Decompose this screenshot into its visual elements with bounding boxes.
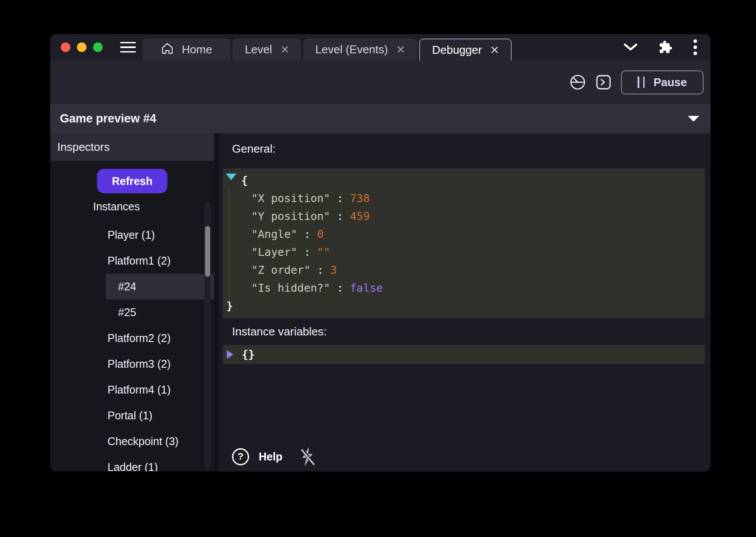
json-entry-line: "Layer" : ""	[223, 243, 705, 261]
inspectors-body: Refresh Instances Player (1)Platform1 (2…	[50, 161, 214, 471]
json-separator: :	[297, 228, 317, 241]
tab-close-icon[interactable]	[491, 46, 499, 54]
traffic-lights	[61, 42, 103, 52]
tab-label: Debugger	[432, 43, 482, 57]
tab-close-icon[interactable]	[281, 45, 289, 53]
json-entry-line: "X position" : 738	[223, 189, 705, 207]
indent-guide	[229, 189, 229, 302]
general-json-tree: {"X position" : 738"Y position" : 459"An…	[223, 168, 705, 318]
flash-off-icon[interactable]	[299, 446, 316, 467]
json-entry-line: "Angle" : 0	[223, 225, 705, 243]
instance-item-player-1[interactable]: Player (1)	[106, 222, 207, 248]
instance-item-label: Portal (1)	[108, 409, 153, 422]
hamburger-menu-icon[interactable]	[120, 42, 136, 53]
instance-item-label: Ladder (1)	[108, 461, 158, 471]
json-entry-line: "Y position" : 459	[223, 207, 705, 225]
instance-item-label: #24	[118, 280, 136, 293]
json-key: "Angle"	[251, 228, 297, 241]
tab-close-icon[interactable]	[397, 45, 405, 53]
debugger-content: Inspectors Refresh Instances Player (1)P…	[50, 133, 711, 471]
json-value: ""	[317, 246, 330, 258]
json-separator: :	[330, 210, 350, 223]
instance-item-ladder-1[interactable]: Ladder (1)	[106, 454, 207, 471]
json-entry-line: "Is hidden?" : false	[223, 279, 705, 297]
pause-button[interactable]: Pause	[621, 70, 704, 94]
json-key: "Layer"	[251, 246, 297, 258]
instance-item-platform3-2[interactable]: Platform3 (2)	[106, 351, 207, 377]
instance-item-24[interactable]: #24	[106, 274, 214, 300]
minimize-window-button[interactable]	[77, 42, 87, 52]
home-icon	[161, 42, 174, 57]
instance-item-label: Platform3 (2)	[108, 358, 170, 370]
tab-level[interactable]: Level	[232, 38, 301, 60]
console-icon[interactable]	[596, 74, 611, 90]
json-key: "Z order"	[251, 264, 310, 276]
json-separator: :	[330, 192, 350, 205]
zoom-window-button[interactable]	[93, 42, 103, 52]
instance-list: Player (1)Platform1 (2)#24#25Platform2 (…	[50, 222, 214, 471]
instance-item-label: Player (1)	[108, 229, 155, 241]
tab-home[interactable]: Home	[142, 38, 230, 60]
game-preview-header[interactable]: Game preview #4	[50, 104, 711, 133]
panel-divider	[214, 133, 219, 471]
instance-item-platform2-2[interactable]: Platform2 (2)	[106, 325, 207, 351]
json-separator: :	[310, 264, 330, 276]
help-label[interactable]: Help	[259, 450, 282, 463]
tab-level-events[interactable]: Level (Events)	[303, 38, 417, 60]
collapse-caret-icon[interactable]	[688, 116, 699, 122]
debugger-toolbar: Pause	[50, 60, 711, 104]
instance-item-label: Checkpoint (3)	[108, 435, 179, 448]
chevron-down-icon[interactable]	[623, 43, 638, 52]
pause-button-label: Pause	[653, 76, 687, 89]
json-brace-line: }	[223, 297, 705, 315]
profiler-gauge-icon[interactable]	[569, 74, 586, 91]
json-entry-line: "Z order" : 3	[223, 261, 705, 279]
refresh-button[interactable]: Refresh	[97, 169, 167, 193]
json-separator: :	[297, 246, 317, 258]
json-key: "Y position"	[251, 210, 330, 223]
tab-label: Home	[182, 43, 212, 56]
instance-item-checkpoint-3[interactable]: Checkpoint (3)	[106, 429, 207, 454]
tab-label: Level (Events)	[316, 43, 388, 56]
json-brace-line: {	[223, 171, 705, 189]
inspector-panel: General: {"X position" : 738"Y position"…	[219, 133, 711, 471]
instance-item-portal-1[interactable]: Portal (1)	[106, 403, 207, 429]
instance-variables-label: Instance variables:	[232, 324, 711, 339]
scrollbar-thumb[interactable]	[205, 226, 210, 277]
json-value: 0	[317, 228, 324, 241]
instance-variables-tree: {}	[223, 345, 705, 364]
titlebar-actions	[623, 38, 697, 56]
instance-item-label: Platform2 (2)	[108, 332, 170, 345]
json-separator: :	[330, 282, 350, 294]
instance-item-platform1-2[interactable]: Platform1 (2)	[106, 248, 207, 274]
desktop-background: { "window": { "traffic_lights": ["close"…	[0, 0, 756, 537]
help-question-icon[interactable]: ?	[232, 448, 249, 465]
general-section-label: General:	[232, 141, 711, 156]
inspectors-header: Inspectors	[50, 133, 214, 161]
instance-item-25[interactable]: #25	[106, 300, 214, 325]
game-preview-title: Game preview #4	[60, 112, 156, 126]
close-window-button[interactable]	[61, 42, 70, 52]
debugger-window: HomeLevelLevel (Events)Debugger Pause Ga	[50, 34, 711, 471]
json-key: "Is hidden?"	[251, 282, 330, 294]
tab-debugger[interactable]: Debugger	[419, 38, 512, 60]
tab-strip: HomeLevelLevel (Events)Debugger	[142, 38, 512, 60]
inspectors-sidebar: Inspectors Refresh Instances Player (1)P…	[50, 133, 214, 471]
instance-item-label: Platform1 (2)	[108, 255, 170, 267]
window-titlebar: HomeLevelLevel (Events)Debugger	[50, 34, 711, 60]
json-value: 3	[330, 264, 337, 276]
json-key: "X position"	[251, 192, 330, 205]
pause-icon	[638, 77, 645, 88]
json-value: false	[350, 282, 383, 294]
json-brace: }	[226, 300, 233, 312]
kebab-menu-icon[interactable]	[693, 38, 697, 56]
extensions-puzzle-icon[interactable]	[659, 40, 673, 54]
json-brace: {	[241, 174, 248, 187]
instance-item-label: Platform4 (1)	[108, 384, 170, 396]
tab-label: Level	[245, 43, 272, 56]
instance-item-label: #25	[118, 306, 136, 319]
instance-item-platform4-1[interactable]: Platform4 (1)	[106, 377, 207, 403]
instances-root-item[interactable]: Instances	[93, 199, 214, 213]
json-value: 459	[350, 210, 370, 223]
sidebar-scrollbar	[205, 202, 211, 469]
